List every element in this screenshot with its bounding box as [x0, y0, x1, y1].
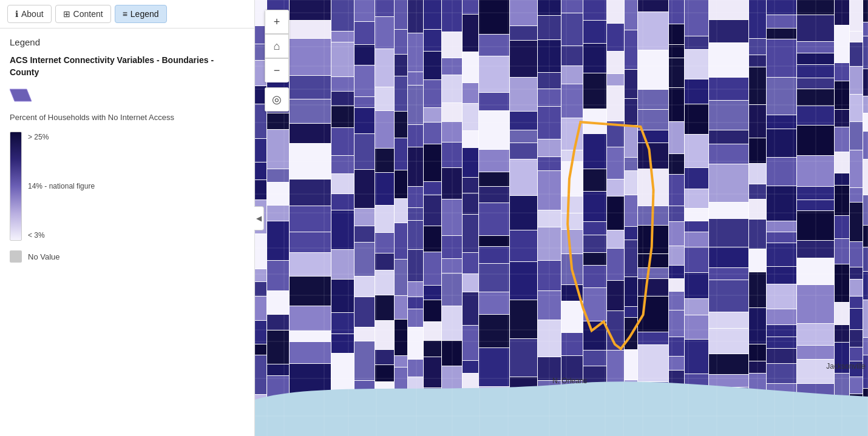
legend-data-label: Percent of Households with No Internet A… — [10, 112, 245, 123]
map-controls: + ⌂ − ◎ — [265, 10, 289, 112]
zoom-in-button[interactable]: + — [265, 10, 289, 34]
home-button[interactable]: ⌂ — [265, 34, 289, 58]
zoom-controls: + ⌂ − — [265, 10, 289, 82]
tab-about[interactable]: ℹ About — [7, 5, 52, 23]
tab-bar: ℹ About ⊞ Content ≡ Legend — [0, 0, 254, 29]
tab-legend[interactable]: ≡ Legend — [115, 5, 167, 23]
gradient-label-top: > 25% — [28, 133, 95, 141]
sidebar: ℹ About ⊞ Content ≡ Legend Legend ACS In… — [0, 0, 255, 436]
svg-marker-0 — [10, 89, 32, 101]
legend-heading: Legend — [10, 37, 245, 47]
zoom-out-button[interactable]: − — [265, 58, 289, 82]
legend-gradient: > 25% 14% - national figure < 3% — [10, 132, 245, 241]
locate-control: ◎ — [265, 87, 289, 112]
locate-button[interactable]: ◎ — [265, 87, 289, 112]
gradient-label-middle: 14% - national figure — [28, 182, 95, 190]
legend-icon: ≡ — [123, 9, 127, 19]
layer-title: ACS Internet Connectivity Variables - Bo… — [10, 55, 245, 78]
gradient-labels: > 25% 14% - national figure < 3% — [28, 132, 95, 241]
layer-icon — [10, 87, 32, 104]
legend-panel: Legend ACS Internet Connectivity Variabl… — [0, 29, 254, 436]
content-icon: ⊞ — [63, 9, 70, 19]
gradient-label-bottom: < 3% — [28, 231, 95, 240]
tab-content[interactable]: ⊞ Content — [55, 5, 111, 23]
no-value-row: No Value — [10, 250, 245, 263]
map-area[interactable]: + ⌂ − ◎ N. Orleans Jacksonville — [255, 0, 868, 436]
no-value-icon — [10, 250, 22, 263]
info-icon: ℹ — [15, 9, 18, 19]
collapse-sidebar-button[interactable]: ◀ — [254, 206, 264, 230]
map-canvas — [255, 0, 868, 436]
no-value-label: No Value — [28, 252, 60, 261]
gradient-bar — [10, 132, 22, 241]
